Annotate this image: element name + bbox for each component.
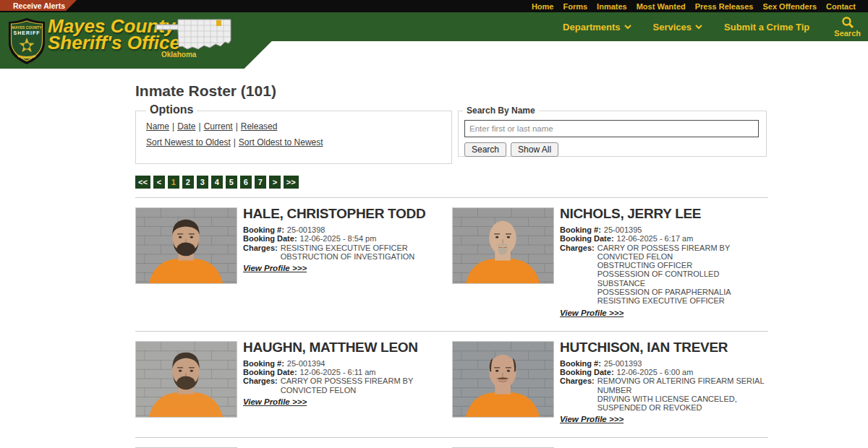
nav-departments-label: Departments: [563, 22, 620, 33]
charges-list: CARRY OR POSSESS FIREARM BY CONVICTED FE…: [597, 244, 768, 306]
options-panel: Options Name|Date|Current|Released Sort …: [135, 111, 452, 164]
roster-row: HAUGHN, MATTHEW LEON Booking #:25-001394…: [135, 331, 768, 438]
inmate-name: HUTCHISON, IAN TREVER: [560, 340, 768, 356]
separator: |: [236, 121, 238, 132]
charges-label: Charges:: [243, 244, 278, 262]
receive-alerts-label: Receive Alerts: [13, 1, 65, 10]
mugshot-photo[interactable]: [135, 341, 237, 418]
top-nav: Home Forms Inmates Most Wanted Press Rel…: [532, 0, 868, 12]
view-profile-link[interactable]: View Profile >>>: [560, 309, 624, 317]
nav-submit-crime-tip[interactable]: Submit a Crime Tip: [724, 22, 809, 33]
inmate-info: HAUGHN, MATTHEW LEON Booking #:25-001394…: [243, 341, 452, 426]
pagination-button[interactable]: 1: [168, 176, 179, 189]
charges-list: RESISTING EXECUTIVE OFFICEROBSTRUCTION O…: [281, 244, 415, 262]
pagination-button[interactable]: 2: [182, 176, 194, 189]
mugshot-photo[interactable]: [452, 207, 554, 284]
topnav-most-wanted[interactable]: Most Wanted: [637, 2, 686, 11]
topnav-contact[interactable]: Contact: [826, 2, 856, 11]
inmate-roster: HALE, CHRISTOPHER TODD Booking #:25-0013…: [135, 197, 768, 448]
view-profile-link[interactable]: View Profile >>>: [243, 264, 307, 272]
pagination-button[interactable]: >: [269, 176, 281, 189]
booking-date-value: 12-06-2025 - 6:17 am: [617, 234, 694, 243]
booking-number-value: 25-001394: [287, 359, 326, 368]
options-legend: Options: [146, 103, 197, 116]
header-search-label: Search: [834, 29, 861, 38]
badge-arc-text: MAYES COUNTY: [12, 25, 42, 30]
pagination: <<<1234567>>>: [135, 176, 768, 189]
filter-released-link[interactable]: Released: [241, 121, 278, 132]
charge-line: RESISTING EXECUTIVE OFFICER: [597, 296, 768, 305]
sort-newest-link[interactable]: Sort Newest to Oldest: [146, 137, 231, 147]
pagination-button[interactable]: 7: [255, 176, 266, 189]
topnav-inmates[interactable]: Inmates: [597, 2, 627, 11]
charge-line: OBSTRUCTION OF INVESTIGATION: [281, 252, 415, 261]
booking-date-label: Booking Date:: [243, 234, 297, 243]
topnav-forms[interactable]: Forms: [563, 2, 587, 11]
sheriff-badge-logo: MAYES COUNTY SHERIFF: [7, 17, 46, 65]
mugshot-photo[interactable]: [452, 341, 554, 418]
top-black-bar: Receive Alerts Home Forms Inmates Most W…: [0, 0, 868, 12]
badge-word-text: SHERIFF: [14, 30, 41, 35]
name-search-input[interactable]: [464, 120, 759, 137]
pagination-button[interactable]: 6: [240, 176, 252, 189]
booking-number-label: Booking #:: [560, 359, 601, 368]
booking-number-label: Booking #:: [243, 225, 284, 234]
charges-label: Charges:: [243, 376, 278, 395]
booking-date-label: Booking Date:: [560, 234, 614, 243]
pagination-button[interactable]: <<: [135, 176, 150, 189]
pagination-button[interactable]: <: [153, 176, 165, 189]
separator: |: [199, 121, 201, 132]
filter-name-link[interactable]: Name: [146, 121, 169, 132]
search-icon: [841, 16, 854, 29]
booking-date-value: 12-06-2025 - 8:54 pm: [300, 234, 377, 243]
inmate-card: HALE, CHRISTOPHER TODD Booking #:25-0013…: [135, 207, 452, 319]
filter-date-link[interactable]: Date: [177, 121, 195, 132]
chevron-down-icon: [624, 25, 631, 30]
page-title: Inmate Roster (101): [135, 82, 768, 100]
search-button[interactable]: Search: [464, 142, 506, 157]
oklahoma-label: Oklahoma: [161, 51, 196, 59]
inmate-card: HUTCHISON, IAN TREVER Booking #:25-00139…: [452, 341, 768, 426]
pagination-button[interactable]: 5: [226, 176, 237, 189]
booking-date-label: Booking Date:: [560, 368, 614, 376]
pagination-button[interactable]: 4: [211, 176, 223, 189]
header-search-button[interactable]: Search: [834, 16, 861, 38]
booking-number-value: 25-001393: [604, 359, 642, 368]
topnav-sex-offenders[interactable]: Sex Offenders: [762, 2, 817, 11]
charge-line: REMOVING OR ALTERING FIREARM SERIAL NUMB…: [597, 376, 768, 395]
view-profile-link[interactable]: View Profile >>>: [243, 397, 307, 406]
booking-date-value: 12-06-2025 - 6:11 am: [300, 368, 376, 376]
nav-submit-crime-tip-label: Submit a Crime Tip: [724, 22, 809, 33]
search-by-name-label: Search By Name: [463, 105, 539, 116]
pagination-button[interactable]: 3: [197, 176, 208, 189]
mayes-county-highlight: [216, 20, 221, 26]
roster-row: MAPP, MISTI DAWN Booking #:25-001390 Boo…: [135, 437, 768, 448]
separator: |: [234, 137, 236, 147]
booking-number-value: 25-001395: [604, 225, 642, 234]
filter-current-link[interactable]: Current: [204, 121, 233, 132]
topnav-press-releases[interactable]: Press Releases: [695, 2, 754, 11]
main-content: Inmate Roster (101) Options Name|Date|Cu…: [135, 69, 768, 448]
show-all-button[interactable]: Show All: [511, 142, 558, 157]
booking-number-label: Booking #:: [560, 225, 601, 234]
charge-line: POSSESSION OF PARAPHERNALIA: [597, 288, 768, 296]
nav-departments[interactable]: Departments: [563, 22, 631, 33]
inmate-info: NICHOLS, JERRY LEE Booking #:25-001395 B…: [560, 207, 768, 319]
separator: |: [172, 121, 174, 132]
sort-oldest-link[interactable]: Sort Oldest to Newest: [239, 137, 323, 147]
inmate-name: HALE, CHRISTOPHER TODD: [243, 206, 452, 222]
pagination-button[interactable]: >>: [284, 176, 299, 189]
topnav-home[interactable]: Home: [532, 2, 554, 11]
roster-row: HALE, CHRISTOPHER TODD Booking #:25-0013…: [135, 197, 768, 331]
booking-number-value: 25-001398: [287, 225, 326, 234]
charge-line: OBSTRUCTING OFFICER: [597, 261, 768, 270]
nav-services[interactable]: Services: [653, 22, 703, 33]
chevron-down-icon: [695, 25, 702, 30]
oklahoma-map: [156, 15, 233, 53]
charge-line: POSSESSION OF CONTROLLED SUBSTANCE: [597, 270, 768, 288]
inmate-info: HALE, CHRISTOPHER TODD Booking #:25-0013…: [243, 207, 452, 319]
view-profile-link[interactable]: View Profile >>>: [560, 415, 624, 423]
charges-list: REMOVING OR ALTERING FIREARM SERIAL NUMB…: [597, 376, 768, 412]
mugshot-photo[interactable]: [135, 207, 237, 284]
receive-alerts-button[interactable]: Receive Alerts: [0, 0, 77, 11]
